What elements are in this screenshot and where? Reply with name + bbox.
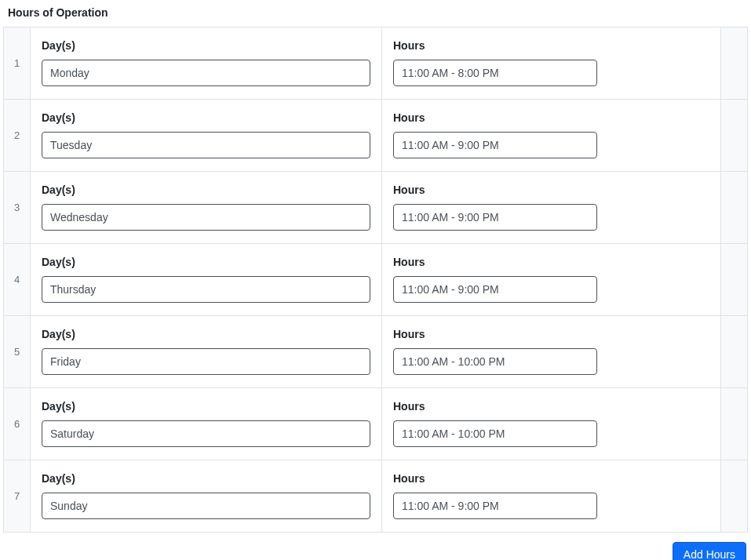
cell-days: Day(s) [31,27,382,99]
row-number: 7 [4,460,31,532]
hours-input[interactable] [393,276,597,303]
days-label: Day(s) [42,256,370,268]
table-row: 1 Day(s) Hours [4,27,747,100]
add-hours-button[interactable]: Add Hours [673,542,746,560]
cell-trailing [721,388,747,460]
cell-days: Day(s) [31,316,382,387]
row-number: 6 [4,388,31,460]
days-input[interactable] [42,132,370,158]
cell-hours: Hours [382,27,721,99]
days-label: Day(s) [42,328,370,340]
hours-table: 1 Day(s) Hours 2 Day(s) Hours [3,27,748,533]
cell-days: Day(s) [31,460,382,532]
hours-input[interactable] [393,132,597,158]
hours-label: Hours [393,400,709,413]
days-label: Day(s) [42,39,370,52]
row-number: 3 [4,172,31,243]
button-row: Add Hours [3,542,748,560]
section-title: Hours of Operation [3,6,748,19]
row-number: 1 [4,27,31,99]
cell-days: Day(s) [31,388,382,460]
table-row: 6 Day(s) Hours [4,388,747,460]
cell-trailing [721,172,747,243]
cell-trailing [721,244,747,315]
hours-input[interactable] [393,420,597,447]
days-label: Day(s) [42,184,370,196]
cell-hours: Hours [382,316,721,387]
cell-trailing [721,27,747,99]
row-number: 5 [4,316,31,387]
hours-input[interactable] [393,348,597,375]
row-number: 2 [4,100,31,171]
table-row: 5 Day(s) Hours [4,316,747,388]
cell-hours: Hours [382,100,721,171]
hours-label: Hours [393,328,709,340]
cell-trailing [721,316,747,387]
days-input[interactable] [42,493,370,519]
cell-trailing [721,100,747,171]
table-row: 7 Day(s) Hours [4,460,747,532]
hours-input[interactable] [393,493,597,519]
days-input[interactable] [42,204,370,231]
cell-hours: Hours [382,244,721,315]
cell-hours: Hours [382,460,721,532]
cell-hours: Hours [382,388,721,460]
table-row: 4 Day(s) Hours [4,244,747,316]
days-input[interactable] [42,420,370,447]
hours-label: Hours [393,39,709,52]
days-label: Day(s) [42,400,370,413]
row-number: 4 [4,244,31,315]
hours-input[interactable] [393,60,597,86]
days-input[interactable] [42,60,370,86]
days-label: Day(s) [42,472,370,485]
table-row: 2 Day(s) Hours [4,100,747,172]
hours-label: Hours [393,111,709,124]
hours-of-operation-section: Hours of Operation 1 Day(s) Hours 2 Day(… [3,6,748,560]
hours-input[interactable] [393,204,597,231]
cell-days: Day(s) [31,244,382,315]
hours-label: Hours [393,472,709,485]
cell-hours: Hours [382,172,721,243]
cell-days: Day(s) [31,100,382,171]
table-row: 3 Day(s) Hours [4,172,747,244]
cell-trailing [721,460,747,532]
days-label: Day(s) [42,111,370,124]
hours-label: Hours [393,184,709,196]
days-input[interactable] [42,348,370,375]
hours-label: Hours [393,256,709,268]
days-input[interactable] [42,276,370,303]
cell-days: Day(s) [31,172,382,243]
